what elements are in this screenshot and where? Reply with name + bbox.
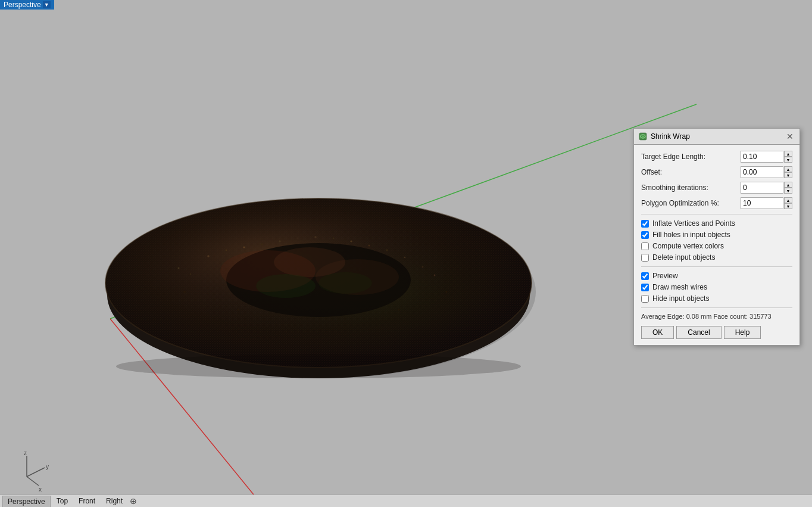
inflate-vertices-checkbox[interactable]	[641, 220, 649, 228]
cancel-button[interactable]: Cancel	[676, 326, 721, 339]
svg-point-39	[318, 272, 372, 294]
ok-button[interactable]: OK	[641, 326, 674, 339]
target-edge-length-spinners: ▲ ▼	[784, 151, 792, 163]
svg-point-26	[368, 245, 370, 247]
svg-point-41	[116, 354, 521, 378]
hide-input-checkbox[interactable]	[641, 295, 649, 303]
preview-checkbox[interactable]	[641, 272, 649, 280]
viewport[interactable]: Perspective ▼	[0, 0, 812, 494]
delete-input-row: Delete input objects	[641, 253, 792, 262]
offset-label: Offset:	[641, 168, 741, 176]
smoothing-down[interactable]: ▼	[784, 188, 792, 194]
smoothing-input-wrap: ▲ ▼	[741, 182, 792, 194]
smoothing-row: Smoothing iterations: ▲ ▼	[641, 182, 792, 194]
dialog-title-group: Shrink Wrap	[639, 132, 690, 141]
svg-point-37	[274, 247, 345, 277]
smoothing-label: Smoothing iterations:	[641, 183, 741, 192]
shrink-wrap-dialog: Shrink Wrap ✕ Target Edge Length: ▲ ▼ Of…	[633, 128, 800, 346]
viewport-dropdown-arrow[interactable]: ▼	[43, 1, 51, 8]
offset-input[interactable]	[741, 166, 783, 178]
offset-up[interactable]: ▲	[784, 166, 792, 172]
svg-point-24	[333, 238, 335, 239]
svg-point-18	[226, 250, 227, 251]
tab-perspective[interactable]: Perspective	[2, 496, 51, 507]
dialog-titlebar: Shrink Wrap ✕	[634, 129, 799, 145]
svg-point-30	[434, 275, 436, 276]
svg-text:x: x	[39, 486, 42, 493]
inflate-vertices-row: Inflate Vertices and Points	[641, 219, 792, 228]
svg-point-33	[238, 309, 239, 311]
draw-mesh-wires-row: Draw mesh wires	[641, 283, 792, 291]
divider-3	[641, 307, 792, 308]
svg-point-21	[279, 240, 280, 242]
polygon-optimization-label: Polygon Optimization %:	[641, 199, 741, 207]
svg-point-17	[207, 255, 210, 257]
smoothing-input[interactable]	[741, 182, 783, 194]
preview-row: Preview	[641, 272, 792, 280]
compute-vertex-row: Compute vertex colors	[641, 242, 792, 250]
offset-row: Offset: ▲ ▼	[641, 166, 792, 178]
help-button[interactable]: Help	[724, 326, 761, 339]
target-edge-length-input-wrap: ▲ ▼	[741, 151, 792, 163]
polygon-optimization-spinners: ▲ ▼	[784, 197, 792, 209]
shrink-wrap-icon	[639, 132, 647, 141]
polygon-optimization-row: Polygon Optimization %: ▲ ▼	[641, 197, 792, 209]
delete-input-label: Delete input objects	[652, 253, 715, 262]
dialog-body: Target Edge Length: ▲ ▼ Offset: ▲ ▼	[634, 145, 799, 345]
fill-holes-label: Fill holes in input objects	[652, 231, 730, 239]
tab-front[interactable]: Front	[74, 496, 100, 506]
delete-input-checkbox[interactable]	[641, 254, 649, 262]
tab-top[interactable]: Top	[52, 496, 73, 506]
polygon-optimization-input-wrap: ▲ ▼	[741, 197, 792, 209]
inflate-vertices-label: Inflate Vertices and Points	[652, 219, 735, 228]
compute-vertex-label: Compute vertex colors	[652, 242, 724, 250]
offset-down[interactable]: ▼	[784, 172, 792, 178]
preview-label: Preview	[652, 272, 678, 280]
svg-point-28	[404, 257, 406, 259]
svg-point-29	[422, 266, 424, 268]
smoothing-spinners: ▲ ▼	[784, 182, 792, 194]
target-edge-length-label: Target Edge Length:	[641, 153, 741, 161]
hide-input-label: Hide input objects	[652, 294, 709, 303]
viewport-name-text: Perspective	[4, 1, 41, 9]
add-viewport-button[interactable]: ⊕	[130, 496, 137, 506]
dialog-buttons-row: OK Cancel Help	[641, 326, 792, 339]
fill-holes-row: Fill holes in input objects	[641, 231, 792, 239]
svg-point-15	[178, 268, 180, 269]
viewport-label[interactable]: Perspective ▼	[0, 0, 54, 10]
svg-point-25	[350, 240, 352, 242]
target-edge-length-row: Target Edge Length: ▲ ▼	[641, 151, 792, 163]
target-edge-length-input[interactable]	[741, 151, 783, 163]
svg-point-22	[297, 238, 299, 239]
svg-point-32	[445, 291, 447, 293]
compute-vertex-checkbox[interactable]	[641, 242, 649, 250]
svg-point-50	[642, 136, 644, 138]
polygon-optimization-input[interactable]	[741, 197, 783, 209]
svg-text:y: y	[46, 464, 49, 470]
svg-point-34	[398, 309, 400, 311]
status-bar: Perspective Top Front Right ⊕	[0, 494, 812, 507]
fill-holes-checkbox[interactable]	[641, 231, 649, 239]
dialog-close-button[interactable]: ✕	[785, 132, 795, 141]
svg-point-19	[243, 246, 245, 248]
target-edge-length-up[interactable]: ▲	[784, 151, 792, 157]
svg-point-16	[190, 273, 191, 275]
hide-input-row: Hide input objects	[641, 294, 792, 303]
info-text: Average Edge: 0.08 mm Face count: 315773	[641, 313, 792, 320]
tab-right[interactable]: Right	[101, 496, 127, 506]
svg-text:z: z	[24, 450, 27, 456]
svg-point-20	[261, 244, 263, 245]
draw-mesh-wires-checkbox[interactable]	[641, 284, 649, 291]
polygon-optimization-up[interactable]: ▲	[784, 197, 792, 203]
smoothing-up[interactable]: ▲	[784, 182, 792, 188]
divider-1	[641, 214, 792, 214]
offset-input-wrap: ▲ ▼	[741, 166, 792, 178]
polygon-optimization-down[interactable]: ▼	[784, 203, 792, 209]
svg-point-31	[183, 291, 186, 293]
svg-point-38	[256, 274, 316, 298]
target-edge-length-down[interactable]: ▼	[784, 157, 792, 163]
dialog-title-text: Shrink Wrap	[651, 132, 690, 141]
offset-spinners: ▲ ▼	[784, 166, 792, 178]
divider-2	[641, 266, 792, 267]
svg-point-27	[386, 249, 388, 251]
